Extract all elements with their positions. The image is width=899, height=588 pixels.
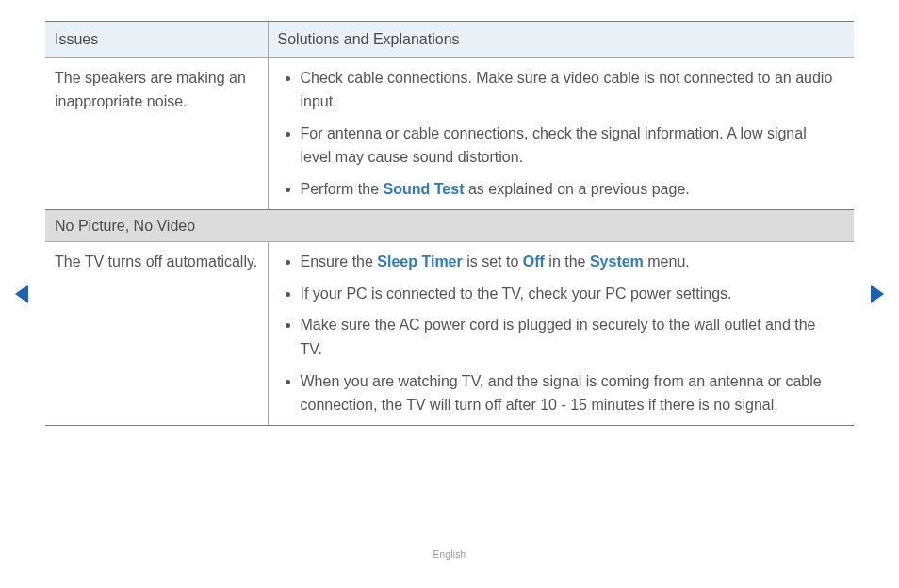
text: is set to bbox=[463, 253, 523, 270]
triangle-right-icon bbox=[867, 283, 886, 305]
solution-list: Check cable connections. Make sure a vid… bbox=[269, 66, 849, 202]
next-page-button[interactable] bbox=[867, 283, 886, 305]
manual-page: Issues Solutions and Explanations The sp… bbox=[0, 0, 899, 588]
section-row: No Picture, No Video bbox=[45, 209, 854, 242]
highlight-system: System bbox=[590, 253, 644, 270]
text: Perform the bbox=[301, 181, 384, 197]
previous-page-button[interactable] bbox=[13, 283, 32, 305]
table-row: The speakers are making an inappropriate… bbox=[45, 57, 854, 209]
table-header-row: Issues Solutions and Explanations bbox=[45, 22, 854, 58]
issue-cell: The TV turns off automatically. bbox=[45, 242, 268, 426]
solution-cell: Ensure the Sleep Timer is set to Off in … bbox=[268, 242, 854, 426]
list-item: If your PC is connected to the TV, check… bbox=[301, 282, 842, 306]
header-issues: Issues bbox=[45, 22, 268, 58]
svg-marker-0 bbox=[15, 285, 28, 303]
triangle-left-icon bbox=[13, 283, 32, 305]
header-solutions: Solutions and Explanations bbox=[268, 22, 854, 58]
list-item: When you are watching TV, and the signal… bbox=[301, 369, 842, 417]
text: in the bbox=[545, 253, 590, 270]
troubleshoot-table: Issues Solutions and Explanations The sp… bbox=[45, 21, 854, 426]
text: as explained on a previous page. bbox=[464, 181, 689, 197]
list-item: Make sure the AC power cord is plugged i… bbox=[301, 313, 842, 361]
svg-marker-1 bbox=[871, 285, 884, 303]
list-item: Perform the Sound Test as explained on a… bbox=[301, 177, 842, 202]
text: Ensure the bbox=[301, 253, 378, 270]
list-item: For antenna or cable connections, check … bbox=[301, 122, 842, 170]
footer-language: English bbox=[0, 549, 899, 560]
table-row: The TV turns off automatically. Ensure t… bbox=[45, 242, 854, 426]
solution-list: Ensure the Sleep Timer is set to Off in … bbox=[269, 250, 849, 417]
highlight-sound-test: Sound Test bbox=[384, 181, 465, 197]
text: menu. bbox=[644, 253, 690, 270]
solution-cell: Check cable connections. Make sure a vid… bbox=[268, 57, 854, 209]
highlight-off: Off bbox=[523, 253, 545, 270]
issue-cell: The speakers are making an inappropriate… bbox=[45, 57, 268, 209]
section-header: No Picture, No Video bbox=[45, 209, 854, 242]
list-item: Check cable connections. Make sure a vid… bbox=[301, 66, 842, 114]
highlight-sleep-timer: Sleep Timer bbox=[377, 253, 462, 270]
list-item: Ensure the Sleep Timer is set to Off in … bbox=[301, 250, 842, 274]
